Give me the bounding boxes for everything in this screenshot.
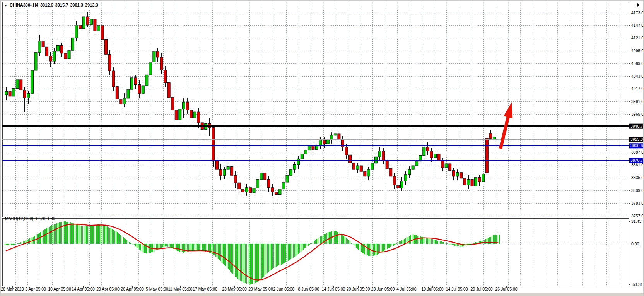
macd-bar	[113, 230, 114, 244]
macd-bar	[454, 244, 455, 246]
candle-bull	[260, 173, 263, 179]
price-tick-label: 3861.0	[631, 163, 644, 167]
macd-bar	[275, 244, 275, 267]
macd-bar	[108, 227, 109, 244]
macd-bar	[122, 236, 123, 244]
macd-bar	[267, 244, 268, 273]
macd-bar	[472, 243, 473, 244]
candle-bull	[404, 175, 407, 181]
macd-bar	[224, 244, 225, 265]
macd-bar	[396, 243, 397, 244]
macd-bar	[222, 244, 222, 263]
macd-bar	[301, 244, 301, 252]
macd-bar	[197, 244, 198, 250]
macd-bar	[243, 244, 243, 282]
macd-bar	[28, 239, 29, 244]
candle-bull	[53, 51, 56, 61]
macd-bar	[442, 242, 443, 244]
macd-bar	[297, 244, 297, 255]
macd-bar	[162, 244, 163, 247]
macd-bar	[79, 225, 79, 244]
candle-bull	[297, 159, 300, 164]
time-axis[interactable]: 28 Mar 20233 Apr 05:0010 Apr 05:0014 Apr…	[1, 286, 518, 291]
macd-bar	[91, 226, 92, 244]
candle-bull	[304, 150, 307, 154]
candle-bear	[478, 177, 481, 181]
symbol-dropdown-icon[interactable]: ▼	[4, 4, 7, 7]
macd-bar	[230, 244, 231, 272]
candle-bear	[489, 133, 492, 139]
candle-bull	[412, 166, 414, 169]
candle-bull	[371, 163, 374, 169]
macd-bar	[420, 236, 421, 244]
candle-bear	[460, 173, 462, 178]
time-tick-label: 3 Apr 05:00	[25, 287, 46, 291]
candle-bull	[68, 50, 70, 58]
candle-bear	[345, 147, 348, 155]
macd-bar	[236, 244, 237, 277]
macd-bar	[86, 226, 87, 244]
candle-bear	[23, 90, 26, 98]
price-tick-label: 3965.0	[631, 112, 644, 116]
macd-bar	[161, 244, 162, 248]
macd-bar	[53, 225, 53, 244]
macd-bar	[308, 244, 309, 246]
macd-bar	[311, 243, 312, 244]
candle-bear	[190, 110, 193, 118]
macd-bar	[229, 244, 230, 270]
macd-bar	[350, 241, 350, 244]
macd-bar	[271, 244, 272, 270]
macd-bar	[102, 225, 103, 244]
candle-bull	[245, 188, 248, 192]
candle-bull	[415, 161, 418, 166]
macd-bar	[310, 243, 311, 244]
macd-bar	[107, 226, 108, 244]
macd-bar	[278, 244, 279, 265]
macd-bar	[373, 244, 374, 256]
macd-bar	[388, 244, 389, 248]
price-tick-label: 3887.0	[631, 150, 644, 154]
macd-bar	[400, 241, 401, 244]
macd-bar	[241, 244, 242, 281]
candle-bull	[293, 164, 296, 169]
macd-bar	[29, 238, 30, 244]
macd-bar	[97, 224, 98, 244]
candle-bull	[423, 147, 425, 155]
macd-bar	[307, 244, 307, 246]
chart-plot-area[interactable]: 4173.04147.04121.04095.04069.04043.04017…	[1, 1, 644, 296]
macd-bar	[170, 244, 171, 247]
candle-bear	[94, 19, 96, 31]
scroll-to-end-button[interactable]	[637, 3, 640, 7]
macd-bar	[386, 244, 386, 250]
macd-bar	[296, 244, 296, 256]
time-tick-label: 17 May 05:00	[193, 287, 217, 291]
macd-bar	[260, 244, 261, 280]
macd-bar	[63, 222, 63, 244]
candle-bear	[323, 140, 326, 144]
macd-bar	[123, 237, 124, 244]
macd-bar	[345, 237, 345, 244]
candle-bull	[31, 70, 33, 93]
candle-bull	[482, 174, 485, 181]
macd-bar	[329, 232, 330, 244]
macd-bar	[181, 244, 182, 252]
macd-bar	[89, 226, 89, 244]
symbol-period-label: CHINA300-,H4	[10, 3, 38, 7]
time-tick-label: 10 Apr 05:00	[48, 287, 71, 291]
macd-bar	[398, 242, 398, 244]
time-tick-label: 4 Jul 05:00	[396, 287, 417, 291]
candle-bull	[278, 189, 281, 195]
macd-bar	[392, 244, 393, 246]
macd-bar	[124, 238, 125, 244]
macd-bar	[59, 222, 60, 244]
time-tick-label: 5 May 05:00	[146, 287, 168, 291]
price-level-box-label: 3940.7	[630, 124, 643, 128]
macd-bar	[333, 231, 333, 244]
macd-bar	[18, 243, 19, 244]
price-tick-label: 3783.0	[631, 201, 644, 205]
macd-bar	[148, 244, 149, 253]
macd-bar	[257, 244, 258, 282]
price-tick-label: 3991.0	[631, 99, 644, 104]
candle-bear	[441, 161, 444, 168]
macd-bar	[152, 244, 153, 252]
